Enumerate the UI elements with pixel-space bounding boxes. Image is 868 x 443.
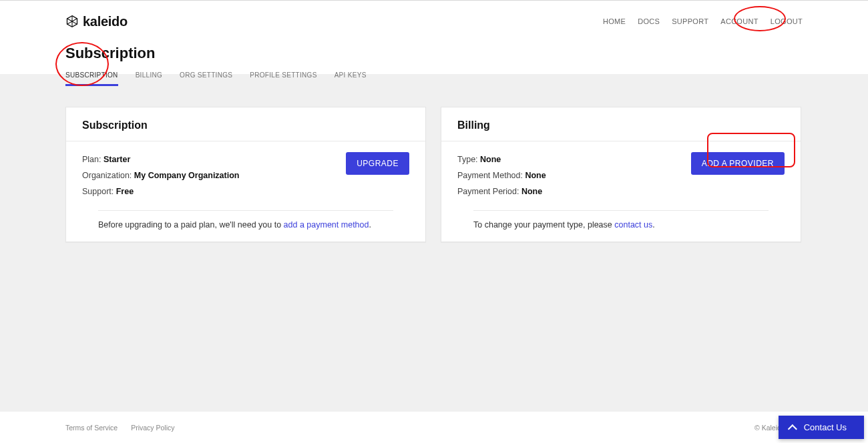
subscription-card-title: Subscription <box>82 119 409 131</box>
subscription-card: Subscription Plan: Starter Organization:… <box>65 107 426 242</box>
subscription-footer-pre: Before upgrading to a paid plan, we'll n… <box>98 220 284 230</box>
top-nav: HOME DOCS SUPPORT ACCOUNT LOGOUT <box>603 17 803 25</box>
add-payment-method-link[interactable]: add a payment method <box>284 220 369 230</box>
billing-card-header: Billing <box>441 107 801 141</box>
add-provider-button[interactable]: ADD A PROVIDER <box>691 152 785 175</box>
page-title-row: Subscription <box>0 34 868 62</box>
billing-card-title: Billing <box>457 119 785 131</box>
nav-support[interactable]: SUPPORT <box>672 17 708 25</box>
billing-method-row: Payment Method: None <box>457 168 546 184</box>
org-value: My Company Organization <box>134 171 240 180</box>
billing-card-footer: To change your payment type, please cont… <box>473 210 769 242</box>
footer-links: Terms of Service Privacy Policy <box>65 424 175 432</box>
tab-billing[interactable]: BILLING <box>136 71 162 86</box>
footer-tos-link[interactable]: Terms of Service <box>65 424 118 432</box>
billing-period-label: Payment Period: <box>457 187 521 196</box>
kaleido-logo-icon <box>65 15 79 28</box>
page-footer: Terms of Service Privacy Policy © Kaleid… <box>0 411 868 443</box>
contact-us-widget[interactable]: Contact Us <box>779 416 864 439</box>
tab-subscription[interactable]: SUBSCRIPTION <box>65 71 118 86</box>
org-label: Organization: <box>82 171 134 180</box>
subscription-card-header: Subscription <box>66 107 425 141</box>
billing-details: Type: None Payment Method: None Payment … <box>457 152 546 199</box>
upgrade-button[interactable]: UPGRADE <box>346 152 409 175</box>
brand-logo[interactable]: kaleido <box>65 14 128 29</box>
subscription-card-body: Plan: Starter Organization: My Company O… <box>66 141 425 210</box>
tab-profile-settings[interactable]: PROFILE SETTINGS <box>250 71 316 86</box>
billing-footer-pre: To change your payment type, please <box>473 220 614 230</box>
billing-type-label: Type: <box>457 155 480 164</box>
nav-account[interactable]: ACCOUNT <box>720 17 758 25</box>
billing-footer-post: . <box>652 220 654 230</box>
support-value: Free <box>116 187 134 196</box>
tab-api-keys[interactable]: API KEYS <box>335 71 367 86</box>
nav-docs[interactable]: DOCS <box>638 17 660 25</box>
nav-home[interactable]: HOME <box>603 17 626 25</box>
plan-value: Starter <box>103 155 130 164</box>
support-label: Support: <box>82 187 116 196</box>
subscription-support-row: Support: Free <box>82 184 239 200</box>
contact-us-link[interactable]: contact us <box>614 220 652 230</box>
cards-row: Subscription Plan: Starter Organization:… <box>0 87 868 242</box>
tabs-bar: SUBSCRIPTION BILLING ORG SETTINGS PROFIL… <box>0 62 868 87</box>
chevron-up-icon <box>787 424 797 434</box>
subscription-card-footer: Before upgrading to a paid plan, we'll n… <box>98 210 393 242</box>
billing-card-body: Type: None Payment Method: None Payment … <box>441 141 801 210</box>
top-header: kaleido HOME DOCS SUPPORT ACCOUNT LOGOUT <box>0 1 868 34</box>
nav-logout[interactable]: LOGOUT <box>771 17 803 25</box>
subscription-details: Plan: Starter Organization: My Company O… <box>82 152 239 199</box>
billing-type-row: Type: None <box>457 152 546 168</box>
billing-type-value: None <box>480 155 501 164</box>
subscription-plan-row: Plan: Starter <box>82 152 239 168</box>
plan-label: Plan: <box>82 155 103 164</box>
page-title: Subscription <box>65 45 803 62</box>
billing-method-label: Payment Method: <box>457 171 525 180</box>
footer-privacy-link[interactable]: Privacy Policy <box>131 424 174 432</box>
billing-period-value: None <box>521 187 542 196</box>
subscription-org-row: Organization: My Company Organization <box>82 168 239 184</box>
contact-widget-label: Contact Us <box>804 422 847 432</box>
billing-method-value: None <box>525 171 546 180</box>
subscription-footer-post: . <box>369 220 371 230</box>
billing-card: Billing Type: None Payment Method: None … <box>441 107 801 242</box>
billing-period-row: Payment Period: None <box>457 184 546 200</box>
tab-org-settings[interactable]: ORG SETTINGS <box>180 71 232 86</box>
brand-name: kaleido <box>83 14 128 29</box>
